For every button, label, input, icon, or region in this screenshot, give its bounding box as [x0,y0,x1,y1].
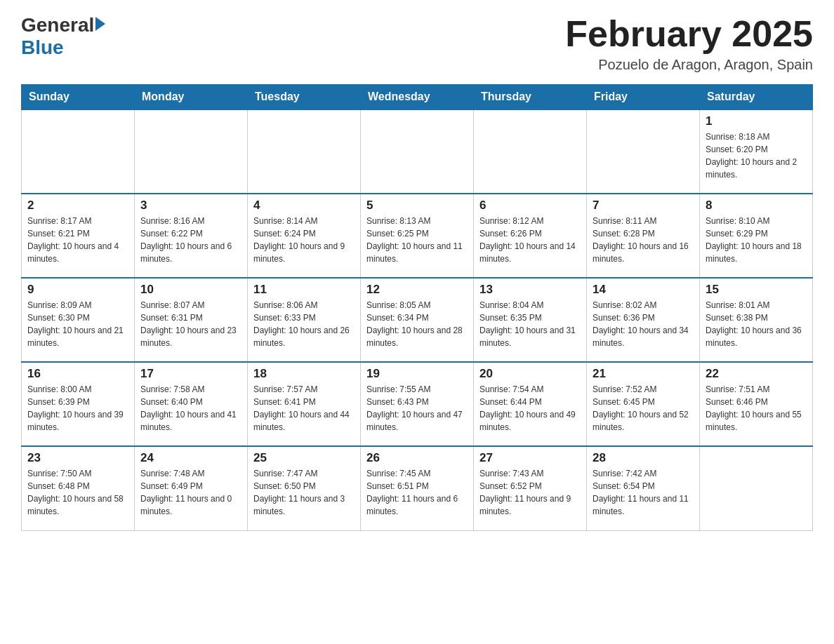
calendar-cell: 22Sunrise: 7:51 AMSunset: 6:46 PMDayligh… [700,362,813,446]
calendar-cell: 8Sunrise: 8:10 AMSunset: 6:29 PMDaylight… [700,194,813,278]
weekday-header-thursday: Thursday [474,85,587,110]
day-number: 5 [366,199,468,213]
day-info: Sunrise: 8:02 AMSunset: 6:36 PMDaylight:… [593,299,694,349]
day-number: 20 [479,367,581,381]
calendar-cell: 12Sunrise: 8:05 AMSunset: 6:34 PMDayligh… [361,278,474,362]
day-number: 23 [27,451,128,465]
day-number: 26 [366,451,468,465]
calendar-cell: 27Sunrise: 7:43 AMSunset: 6:52 PMDayligh… [474,446,587,530]
page-header: General Blue February 2025 Pozuelo de Ar… [21,14,813,73]
day-number: 15 [706,283,807,297]
day-info: Sunrise: 8:18 AMSunset: 6:20 PMDaylight:… [706,130,807,181]
day-number: 10 [140,283,241,297]
day-info: Sunrise: 8:09 AMSunset: 6:30 PMDaylight:… [27,299,128,349]
day-number: 8 [706,199,807,213]
day-number: 7 [593,199,694,213]
calendar-cell: 16Sunrise: 8:00 AMSunset: 6:39 PMDayligh… [22,362,135,446]
day-number: 21 [593,367,694,381]
calendar-cell: 19Sunrise: 7:55 AMSunset: 6:43 PMDayligh… [361,362,474,446]
title-block: February 2025 Pozuelo de Aragon, Aragon,… [565,14,813,73]
weekday-header-wednesday: Wednesday [361,85,474,110]
day-info: Sunrise: 7:57 AMSunset: 6:41 PMDaylight:… [253,383,355,434]
day-info: Sunrise: 8:05 AMSunset: 6:34 PMDaylight:… [366,299,468,349]
calendar-week-row: 1Sunrise: 8:18 AMSunset: 6:20 PMDaylight… [22,109,813,194]
day-info: Sunrise: 7:50 AMSunset: 6:48 PMDaylight:… [27,467,128,518]
calendar-cell [587,109,700,194]
day-info: Sunrise: 7:55 AMSunset: 6:43 PMDaylight:… [366,383,468,434]
calendar-cell: 23Sunrise: 7:50 AMSunset: 6:48 PMDayligh… [22,446,135,530]
weekday-header-sunday: Sunday [22,85,135,110]
day-info: Sunrise: 7:58 AMSunset: 6:40 PMDaylight:… [140,383,241,434]
calendar-cell: 10Sunrise: 8:07 AMSunset: 6:31 PMDayligh… [135,278,248,362]
day-number: 16 [27,367,128,381]
calendar-week-row: 2Sunrise: 8:17 AMSunset: 6:21 PMDaylight… [22,194,813,278]
day-number: 19 [366,367,468,381]
calendar-cell [474,109,587,194]
logo-text: General [21,14,105,36]
calendar-cell: 21Sunrise: 7:52 AMSunset: 6:45 PMDayligh… [587,362,700,446]
day-info: Sunrise: 7:52 AMSunset: 6:45 PMDaylight:… [593,383,694,434]
calendar-cell: 13Sunrise: 8:04 AMSunset: 6:35 PMDayligh… [474,278,587,362]
day-info: Sunrise: 8:07 AMSunset: 6:31 PMDaylight:… [140,299,241,349]
calendar-cell: 9Sunrise: 8:09 AMSunset: 6:30 PMDaylight… [22,278,135,362]
weekday-header-row: SundayMondayTuesdayWednesdayThursdayFrid… [22,85,813,110]
calendar-week-row: 23Sunrise: 7:50 AMSunset: 6:48 PMDayligh… [22,446,813,530]
day-info: Sunrise: 8:04 AMSunset: 6:35 PMDaylight:… [479,299,581,349]
calendar-cell: 6Sunrise: 8:12 AMSunset: 6:26 PMDaylight… [474,194,587,278]
calendar-cell: 5Sunrise: 8:13 AMSunset: 6:25 PMDaylight… [361,194,474,278]
calendar-cell: 25Sunrise: 7:47 AMSunset: 6:50 PMDayligh… [248,446,361,530]
day-info: Sunrise: 8:17 AMSunset: 6:21 PMDaylight:… [27,215,128,265]
calendar-cell [248,109,361,194]
day-info: Sunrise: 7:45 AMSunset: 6:51 PMDaylight:… [366,467,468,518]
day-info: Sunrise: 7:43 AMSunset: 6:52 PMDaylight:… [479,467,581,518]
day-number: 13 [479,283,581,297]
day-number: 18 [253,367,355,381]
location-text: Pozuelo de Aragon, Aragon, Spain [565,57,813,73]
day-number: 12 [366,283,468,297]
day-number: 24 [140,451,241,465]
calendar-cell: 1Sunrise: 8:18 AMSunset: 6:20 PMDaylight… [700,109,813,194]
day-info: Sunrise: 8:00 AMSunset: 6:39 PMDaylight:… [27,383,128,434]
day-info: Sunrise: 8:10 AMSunset: 6:29 PMDaylight:… [706,215,807,265]
day-number: 22 [706,367,807,381]
calendar-table: SundayMondayTuesdayWednesdayThursdayFrid… [21,84,813,531]
day-number: 4 [253,199,355,213]
day-number: 2 [27,199,128,213]
logo: General Blue [21,14,105,59]
calendar-cell: 28Sunrise: 7:42 AMSunset: 6:54 PMDayligh… [587,446,700,530]
day-number: 28 [593,451,694,465]
calendar-cell: 26Sunrise: 7:45 AMSunset: 6:51 PMDayligh… [361,446,474,530]
logo-arrow-icon [95,17,105,31]
day-number: 1 [706,114,807,128]
day-info: Sunrise: 7:51 AMSunset: 6:46 PMDaylight:… [706,383,807,434]
logo-general-text: General [21,14,94,36]
day-number: 14 [593,283,694,297]
calendar-cell: 20Sunrise: 7:54 AMSunset: 6:44 PMDayligh… [474,362,587,446]
calendar-cell: 24Sunrise: 7:48 AMSunset: 6:49 PMDayligh… [135,446,248,530]
calendar-cell: 11Sunrise: 8:06 AMSunset: 6:33 PMDayligh… [248,278,361,362]
day-info: Sunrise: 8:13 AMSunset: 6:25 PMDaylight:… [366,215,468,265]
day-number: 11 [253,283,355,297]
day-info: Sunrise: 7:42 AMSunset: 6:54 PMDaylight:… [593,467,694,518]
logo-blue-text: Blue [21,36,64,59]
day-number: 9 [27,283,128,297]
day-info: Sunrise: 7:48 AMSunset: 6:49 PMDaylight:… [140,467,241,518]
weekday-header-friday: Friday [587,85,700,110]
calendar-cell: 4Sunrise: 8:14 AMSunset: 6:24 PMDaylight… [248,194,361,278]
day-info: Sunrise: 7:47 AMSunset: 6:50 PMDaylight:… [253,467,355,518]
calendar-cell: 7Sunrise: 8:11 AMSunset: 6:28 PMDaylight… [587,194,700,278]
calendar-cell: 15Sunrise: 8:01 AMSunset: 6:38 PMDayligh… [700,278,813,362]
calendar-cell: 14Sunrise: 8:02 AMSunset: 6:36 PMDayligh… [587,278,700,362]
day-info: Sunrise: 7:54 AMSunset: 6:44 PMDaylight:… [479,383,581,434]
weekday-header-tuesday: Tuesday [248,85,361,110]
day-info: Sunrise: 8:12 AMSunset: 6:26 PMDaylight:… [479,215,581,265]
calendar-cell [700,446,813,530]
day-info: Sunrise: 8:11 AMSunset: 6:28 PMDaylight:… [593,215,694,265]
weekday-header-saturday: Saturday [700,85,813,110]
day-number: 3 [140,199,241,213]
calendar-cell: 3Sunrise: 8:16 AMSunset: 6:22 PMDaylight… [135,194,248,278]
day-number: 27 [479,451,581,465]
day-info: Sunrise: 8:01 AMSunset: 6:38 PMDaylight:… [706,299,807,349]
calendar-cell [22,109,135,194]
calendar-cell: 18Sunrise: 7:57 AMSunset: 6:41 PMDayligh… [248,362,361,446]
